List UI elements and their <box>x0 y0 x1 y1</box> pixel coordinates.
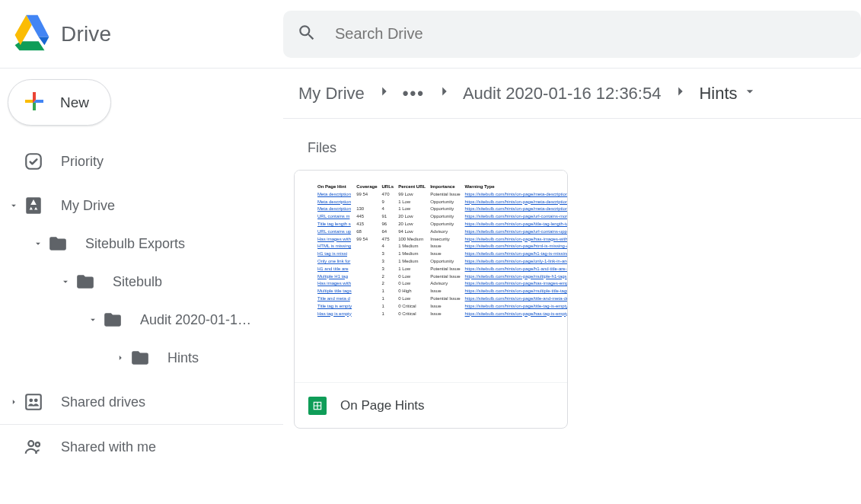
folder-icon <box>75 271 96 292</box>
nav-shared-drives[interactable]: Shared drives <box>0 383 283 421</box>
main-panel: My Drive ••• Audit 2020-01-16 12:36:54 H… <box>283 69 861 504</box>
new-button-label: New <box>60 94 89 111</box>
shared-drives-icon <box>23 391 44 413</box>
tree-label: Hints <box>167 350 199 366</box>
breadcrumb-root[interactable]: My Drive <box>294 81 369 107</box>
tree-label: Sitebulb <box>113 274 162 290</box>
nav-my-drive-label: My Drive <box>61 198 115 214</box>
logo-area[interactable]: Drive <box>12 13 283 56</box>
chevron-down-icon[interactable] <box>29 238 47 249</box>
sidebar: New Priority My Drive <box>0 69 283 504</box>
svg-point-5 <box>36 442 40 446</box>
nav-priority[interactable]: Priority <box>0 142 283 180</box>
svg-point-3 <box>34 398 38 402</box>
nav-shared-drives-label: Shared drives <box>61 394 145 410</box>
shared-with-me-icon <box>23 436 44 458</box>
drive-logo-icon <box>12 13 52 56</box>
search-input[interactable] <box>335 25 847 43</box>
search-bar[interactable] <box>283 11 861 58</box>
svg-rect-1 <box>26 394 41 410</box>
dropdown-caret-icon <box>742 84 757 104</box>
folder-icon <box>47 233 69 254</box>
chevron-right-icon <box>375 83 392 104</box>
chevron-down-icon[interactable] <box>84 314 102 325</box>
svg-point-4 <box>28 441 33 446</box>
chevron-right-icon <box>435 83 452 104</box>
app-title: Drive <box>61 22 111 46</box>
nav-shared-with-me-label: Shared with me <box>61 439 156 455</box>
new-button[interactable]: New <box>8 79 111 126</box>
breadcrumb: My Drive ••• Audit 2020-01-16 12:36:54 H… <box>283 69 861 119</box>
tree-label: Audit 2020-01-1… <box>140 312 251 328</box>
svg-point-2 <box>29 398 33 402</box>
chevron-down-icon[interactable] <box>5 200 23 211</box>
my-drive-icon <box>23 195 44 216</box>
tree-audit[interactable]: Audit 2020-01-1… <box>0 301 283 339</box>
sheets-icon <box>308 397 327 415</box>
priority-icon <box>23 151 44 172</box>
chevron-right-icon[interactable] <box>111 352 129 363</box>
tree-hints[interactable]: Hints <box>0 339 283 377</box>
file-name: On Page Hints <box>340 398 425 413</box>
breadcrumb-overflow[interactable]: ••• <box>398 81 429 107</box>
chevron-right-icon[interactable] <box>5 397 23 407</box>
breadcrumb-current[interactable]: Hints <box>694 81 761 107</box>
breadcrumb-audit[interactable]: Audit 2020-01-16 12:36:54 <box>458 81 666 107</box>
chevron-right-icon <box>671 83 688 104</box>
tree-sitebulb-exports[interactable]: Sitebulb Exports <box>0 225 283 263</box>
separator <box>0 424 283 425</box>
search-icon <box>297 23 317 46</box>
tree-label: Sitebulb Exports <box>85 236 185 252</box>
topbar: Drive <box>0 0 861 69</box>
nav-my-drive[interactable]: My Drive <box>0 187 283 225</box>
tree-sitebulb[interactable]: Sitebulb <box>0 263 283 301</box>
plus-icon <box>21 88 48 117</box>
file-card-footer: On Page Hints <box>295 382 567 428</box>
file-card[interactable]: On Page HintCoverageURLsPercent URLImpor… <box>294 170 568 429</box>
files-section-label: Files <box>283 119 861 170</box>
file-thumbnail: On Page HintCoverageURLsPercent URLImpor… <box>295 171 567 382</box>
nav-shared-with-me[interactable]: Shared with me <box>0 428 283 466</box>
chevron-down-icon[interactable] <box>56 276 75 287</box>
breadcrumb-current-label: Hints <box>699 84 737 104</box>
folder-icon <box>102 309 123 330</box>
nav-priority-label: Priority <box>61 154 104 170</box>
folder-icon <box>129 347 151 368</box>
